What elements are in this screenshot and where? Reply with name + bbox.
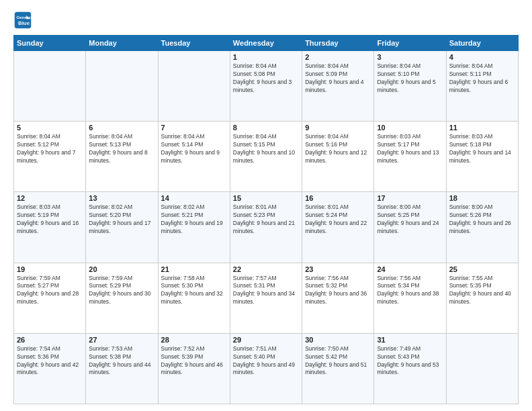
day-cell: 29Sunrise: 7:51 AMSunset: 5:40 PMDayligh… (230, 333, 302, 404)
day-number: 14 (161, 194, 227, 202)
day-info: Sunrise: 7:51 AMSunset: 5:40 PMDaylight:… (233, 345, 299, 377)
day-number: 9 (305, 124, 371, 132)
day-cell: 8Sunrise: 8:04 AMSunset: 5:15 PMDaylight… (230, 122, 302, 192)
day-info: Sunrise: 8:04 AMSunset: 5:15 PMDaylight:… (233, 133, 299, 165)
day-cell: 26Sunrise: 7:54 AMSunset: 5:36 PMDayligh… (14, 333, 86, 404)
day-cell: 25Sunrise: 7:55 AMSunset: 5:35 PMDayligh… (446, 263, 518, 333)
day-info: Sunrise: 7:49 AMSunset: 5:43 PMDaylight:… (377, 345, 443, 377)
day-number: 31 (377, 336, 443, 344)
day-info: Sunrise: 8:03 AMSunset: 5:18 PMDaylight:… (449, 133, 515, 165)
day-cell: 17Sunrise: 8:00 AMSunset: 5:25 PMDayligh… (374, 192, 446, 263)
day-info: Sunrise: 8:03 AMSunset: 5:19 PMDaylight:… (17, 203, 83, 236)
weekday-header-sunday: Sunday (14, 36, 86, 51)
day-number: 1 (233, 53, 299, 61)
day-info: Sunrise: 8:00 AMSunset: 5:26 PMDaylight:… (449, 203, 515, 236)
day-cell: 2Sunrise: 8:04 AMSunset: 5:09 PMDaylight… (302, 51, 374, 122)
day-info: Sunrise: 8:04 AMSunset: 5:11 PMDaylight:… (449, 62, 515, 95)
calendar: SundayMondayTuesdayWednesdayThursdayFrid… (13, 35, 519, 404)
day-info: Sunrise: 8:04 AMSunset: 5:10 PMDaylight:… (377, 62, 443, 95)
day-info: Sunrise: 7:52 AMSunset: 5:39 PMDaylight:… (161, 345, 227, 377)
day-cell: 20Sunrise: 7:59 AMSunset: 5:29 PMDayligh… (86, 263, 158, 333)
day-cell: 6Sunrise: 8:04 AMSunset: 5:13 PMDaylight… (86, 122, 158, 192)
day-number: 16 (305, 194, 371, 202)
day-info: Sunrise: 7:57 AMSunset: 5:31 PMDaylight:… (233, 275, 299, 307)
page: General Blue SundayMondayTuesdayWednesda… (0, 0, 532, 411)
weekday-header-saturday: Saturday (446, 36, 518, 51)
day-cell: 31Sunrise: 7:49 AMSunset: 5:43 PMDayligh… (374, 333, 446, 404)
day-number: 11 (449, 124, 515, 132)
day-cell (14, 51, 86, 122)
week-row-2: 5Sunrise: 8:04 AMSunset: 5:12 PMDaylight… (14, 122, 519, 192)
day-number: 30 (305, 336, 371, 344)
day-info: Sunrise: 8:04 AMSunset: 5:08 PMDaylight:… (233, 62, 299, 95)
day-number: 20 (89, 265, 154, 273)
day-info: Sunrise: 7:53 AMSunset: 5:38 PMDaylight:… (89, 345, 154, 377)
day-info: Sunrise: 8:00 AMSunset: 5:25 PMDaylight:… (377, 203, 443, 236)
day-number: 18 (449, 194, 515, 202)
day-number: 10 (377, 124, 443, 132)
day-number: 13 (89, 194, 154, 202)
weekday-header-tuesday: Tuesday (158, 36, 230, 51)
day-cell: 13Sunrise: 8:02 AMSunset: 5:20 PMDayligh… (86, 192, 158, 263)
day-info: Sunrise: 8:04 AMSunset: 5:09 PMDaylight:… (305, 62, 371, 95)
day-cell: 15Sunrise: 8:01 AMSunset: 5:23 PMDayligh… (230, 192, 302, 263)
day-number: 8 (233, 124, 299, 132)
day-cell (158, 51, 230, 122)
day-cell: 12Sunrise: 8:03 AMSunset: 5:19 PMDayligh… (14, 192, 86, 263)
day-number: 24 (377, 265, 443, 273)
day-number: 12 (17, 194, 83, 202)
day-number: 19 (17, 265, 83, 273)
day-info: Sunrise: 7:50 AMSunset: 5:42 PMDaylight:… (305, 345, 371, 377)
day-number: 6 (89, 124, 154, 132)
weekday-header-monday: Monday (86, 36, 158, 51)
day-info: Sunrise: 7:59 AMSunset: 5:27 PMDaylight:… (17, 275, 83, 307)
day-info: Sunrise: 7:55 AMSunset: 5:35 PMDaylight:… (449, 275, 515, 307)
day-cell: 1Sunrise: 8:04 AMSunset: 5:08 PMDaylight… (230, 51, 302, 122)
day-info: Sunrise: 8:01 AMSunset: 5:23 PMDaylight:… (233, 203, 299, 236)
day-cell: 14Sunrise: 8:02 AMSunset: 5:21 PMDayligh… (158, 192, 230, 263)
day-cell: 3Sunrise: 8:04 AMSunset: 5:10 PMDaylight… (374, 51, 446, 122)
day-info: Sunrise: 8:03 AMSunset: 5:17 PMDaylight:… (377, 133, 443, 165)
day-number: 2 (305, 53, 371, 61)
day-cell: 28Sunrise: 7:52 AMSunset: 5:39 PMDayligh… (158, 333, 230, 404)
day-cell: 23Sunrise: 7:56 AMSunset: 5:32 PMDayligh… (302, 263, 374, 333)
day-number: 28 (161, 336, 227, 344)
weekday-header-thursday: Thursday (302, 36, 374, 51)
day-number: 26 (17, 336, 83, 344)
day-info: Sunrise: 7:54 AMSunset: 5:36 PMDaylight:… (17, 345, 83, 377)
day-cell: 7Sunrise: 8:04 AMSunset: 5:14 PMDaylight… (158, 122, 230, 192)
day-info: Sunrise: 8:04 AMSunset: 5:16 PMDaylight:… (305, 133, 371, 165)
day-info: Sunrise: 8:04 AMSunset: 5:12 PMDaylight:… (17, 133, 83, 165)
day-number: 29 (233, 336, 299, 344)
day-cell: 5Sunrise: 8:04 AMSunset: 5:12 PMDaylight… (14, 122, 86, 192)
day-cell (86, 51, 158, 122)
day-info: Sunrise: 7:56 AMSunset: 5:32 PMDaylight:… (305, 275, 371, 307)
weekday-header-friday: Friday (374, 36, 446, 51)
day-cell: 18Sunrise: 8:00 AMSunset: 5:26 PMDayligh… (446, 192, 518, 263)
day-info: Sunrise: 7:58 AMSunset: 5:30 PMDaylight:… (161, 275, 227, 307)
day-info: Sunrise: 8:04 AMSunset: 5:14 PMDaylight:… (161, 133, 227, 165)
week-row-1: 1Sunrise: 8:04 AMSunset: 5:08 PMDaylight… (14, 51, 519, 122)
day-number: 5 (17, 124, 83, 132)
day-number: 17 (377, 194, 443, 202)
day-cell: 16Sunrise: 8:01 AMSunset: 5:24 PMDayligh… (302, 192, 374, 263)
day-number: 4 (449, 53, 515, 61)
day-number: 3 (377, 53, 443, 61)
day-cell: 30Sunrise: 7:50 AMSunset: 5:42 PMDayligh… (302, 333, 374, 404)
day-cell: 4Sunrise: 8:04 AMSunset: 5:11 PMDaylight… (446, 51, 518, 122)
week-row-4: 19Sunrise: 7:59 AMSunset: 5:27 PMDayligh… (14, 263, 519, 333)
day-cell (446, 333, 518, 404)
header: General Blue (13, 11, 519, 30)
week-row-3: 12Sunrise: 8:03 AMSunset: 5:19 PMDayligh… (14, 192, 519, 263)
day-cell: 9Sunrise: 8:04 AMSunset: 5:16 PMDaylight… (302, 122, 374, 192)
day-cell: 24Sunrise: 7:56 AMSunset: 5:34 PMDayligh… (374, 263, 446, 333)
day-cell: 27Sunrise: 7:53 AMSunset: 5:38 PMDayligh… (86, 333, 158, 404)
logo-icon: General Blue (13, 11, 32, 30)
day-number: 7 (161, 124, 227, 132)
day-number: 21 (161, 265, 227, 273)
weekday-header-row: SundayMondayTuesdayWednesdayThursdayFrid… (14, 36, 519, 51)
day-info: Sunrise: 8:02 AMSunset: 5:20 PMDaylight:… (89, 203, 154, 236)
day-cell: 11Sunrise: 8:03 AMSunset: 5:18 PMDayligh… (446, 122, 518, 192)
svg-text:Blue: Blue (18, 20, 30, 26)
day-cell: 19Sunrise: 7:59 AMSunset: 5:27 PMDayligh… (14, 263, 86, 333)
